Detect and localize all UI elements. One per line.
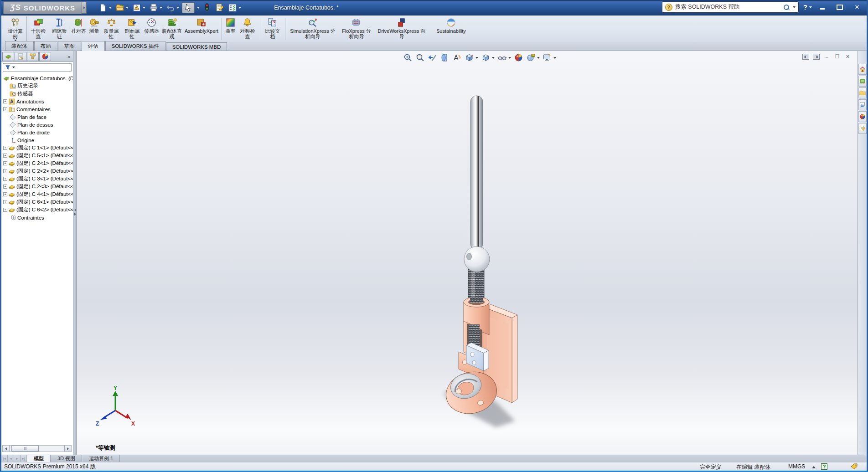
- properties-button[interactable]: [214, 2, 225, 13]
- next-tab-button[interactable]: ▸: [14, 455, 21, 462]
- tags-button[interactable]: [850, 463, 858, 470]
- resources-tab[interactable]: [858, 64, 867, 75]
- tree-item-component[interactable]: + (固定) C 6<2> (Défaut<<: [1, 206, 73, 214]
- expand-plus-icon[interactable]: +: [3, 192, 7, 196]
- ribbon-button-measure[interactable]: 测量: [88, 16, 101, 42]
- search-dropdown-arrow-icon[interactable]: [793, 6, 796, 8]
- splitter-grip[interactable]: [73, 206, 77, 218]
- view-palette-tab[interactable]: [858, 99, 867, 110]
- expand-plus-icon[interactable]: +: [3, 200, 7, 204]
- undo-button[interactable]: [165, 2, 180, 13]
- ribbon-button-assembly-visualization[interactable]: 装配体直观: [160, 16, 183, 42]
- tab-property-manager[interactable]: [15, 52, 26, 61]
- solidworks-menu-button[interactable]: ƷS SOLIDWORKS: [3, 1, 82, 14]
- last-tab-button[interactable]: ▸|: [21, 455, 27, 462]
- dropdown-arrow-icon[interactable]: [197, 7, 200, 9]
- tab-sketch[interactable]: 草图: [58, 41, 81, 51]
- quick-tips-button[interactable]: ?: [821, 463, 827, 470]
- tree-item-component[interactable]: + (固定) C 2<3> (Défaut<<: [1, 183, 73, 190]
- tree-item-front-plane[interactable]: Plan de face: [1, 113, 73, 121]
- ribbon-button-sustainability[interactable]: Sustainability: [435, 16, 467, 42]
- ribbon-button-interference-check[interactable]: 干涉检查: [28, 16, 49, 42]
- new-document-button[interactable]: [98, 2, 113, 13]
- close-button[interactable]: ✕: [851, 3, 863, 11]
- design-library-tab[interactable]: [858, 76, 867, 87]
- ribbon-button-mass-properties[interactable]: 质量属性: [101, 16, 122, 42]
- ribbon-button-assemblyxpert[interactable]: AssemblyXpert: [183, 16, 220, 42]
- file-explorer-tab[interactable]: [858, 87, 867, 98]
- ribbon-button-clearance-verify[interactable]: 间隙验证: [49, 16, 70, 42]
- units-dropdown-arrow-icon[interactable]: [812, 466, 816, 468]
- ribbon-button-section-properties[interactable]: 剖面属性: [122, 16, 143, 42]
- tree-item-component[interactable]: + (固定) C 6<1> (Défaut<<: [1, 198, 73, 206]
- options-button[interactable]: [227, 2, 242, 13]
- custom-properties-tab[interactable]: [858, 123, 867, 134]
- scroll-left-button[interactable]: [3, 446, 10, 451]
- panel-splitter[interactable]: [73, 51, 77, 455]
- dropdown-arrow-icon[interactable]: [126, 7, 129, 9]
- expand-plus-icon[interactable]: +: [3, 99, 7, 103]
- tab-configuration-manager[interactable]: [27, 52, 39, 61]
- ribbon-button-compare-documents[interactable]: 比较文档: [262, 16, 283, 42]
- ribbon-button-simulationxpress[interactable]: SimulationXpress 分析向导: [287, 16, 338, 42]
- dropdown-arrow-icon[interactable]: [176, 7, 179, 9]
- maximize-button[interactable]: [834, 3, 846, 11]
- open-document-button[interactable]: [114, 2, 129, 13]
- units-selector[interactable]: MMGS: [788, 463, 805, 470]
- tab-solidworks-addins[interactable]: SOLIDWORKS 插件: [105, 41, 165, 51]
- dropdown-arrow-icon[interactable]: [12, 67, 15, 68]
- tree-item-component[interactable]: + (固定) C 1<1> (Défaut<<: [1, 144, 73, 152]
- expand-plus-icon[interactable]: +: [3, 107, 7, 111]
- select-tool-button[interactable]: [182, 2, 195, 13]
- interrupt-button[interactable]: [202, 2, 212, 13]
- expand-plus-icon[interactable]: +: [3, 146, 7, 150]
- tab-3d-views[interactable]: 3D 视图: [51, 455, 82, 462]
- expand-plus-icon[interactable]: +: [3, 208, 7, 212]
- dropdown-arrow-icon[interactable]: [238, 7, 241, 9]
- ribbon-button-hole-alignment[interactable]: 孔对齐: [70, 16, 88, 42]
- tree-horizontal-scrollbar[interactable]: [2, 445, 72, 452]
- search-input[interactable]: 搜索 SOLIDWORKS 帮助: [675, 3, 780, 11]
- dropdown-arrow-icon[interactable]: [143, 7, 145, 9]
- tree-item-annotations[interactable]: + Annotations: [1, 97, 73, 105]
- appearances-tab[interactable]: [858, 111, 867, 122]
- minimize-button[interactable]: [816, 3, 828, 11]
- tree-item-component[interactable]: + (固定) C 5<1> (Défaut<<: [1, 152, 73, 159]
- tree-filter[interactable]: [3, 63, 72, 72]
- tree-item-component[interactable]: + (固定) C 2<2> (Défaut<<: [1, 167, 73, 175]
- ribbon-button-driveworksxpress[interactable]: DriveWorksXpress 向导: [375, 16, 429, 42]
- tree-item-mates[interactable]: Contraintes: [1, 214, 73, 221]
- search-icon[interactable]: [783, 4, 790, 10]
- tree-item-root[interactable]: Ensamblaje Cortatubos. (Dé: [1, 74, 73, 82]
- help-button[interactable]: ?: [803, 3, 812, 11]
- tab-layout[interactable]: 布局: [34, 41, 57, 51]
- help-search-box[interactable]: ? 搜索 SOLIDWORKS 帮助: [662, 1, 799, 13]
- tree-item-comments[interactable]: + Commentaires: [1, 105, 73, 113]
- print-button[interactable]: [148, 2, 163, 13]
- tree-item-component[interactable]: + (固定) C 2<1> (Défaut<<: [1, 159, 73, 167]
- graphics-viewport[interactable]: ◧ ◨ – ❐ ✕: [77, 51, 858, 455]
- tab-motion-study[interactable]: 运动算例 1: [82, 455, 120, 462]
- publish-button[interactable]: [131, 2, 146, 13]
- expand-plus-icon[interactable]: +: [3, 154, 7, 158]
- model-pipe-cutter[interactable]: [77, 51, 858, 455]
- tab-model[interactable]: 模型: [27, 455, 51, 462]
- tab-evaluate[interactable]: 评估: [82, 41, 105, 51]
- tab-solidworks-mbd[interactable]: SOLIDWORKS MBD: [166, 42, 227, 51]
- expand-plus-icon[interactable]: +: [3, 161, 7, 165]
- ribbon-button-symmetry-check[interactable]: 对称检查: [237, 16, 258, 42]
- expand-plus-icon[interactable]: +: [3, 177, 7, 181]
- tree-item-component[interactable]: + (固定) C 3<1> (Défaut<<: [1, 175, 73, 183]
- scrollbar-thumb[interactable]: [11, 446, 39, 451]
- ribbon-button-floxpress[interactable]: FloXpress 分析向导: [338, 16, 375, 42]
- prev-tab-button[interactable]: ◂: [8, 455, 14, 462]
- tree-item-origin[interactable]: Origine: [1, 136, 73, 144]
- tree-item-top-plane[interactable]: Plan de dessus: [1, 121, 73, 128]
- dropdown-arrow-icon[interactable]: [109, 7, 112, 9]
- tab-assembly[interactable]: 装配体: [5, 41, 34, 51]
- panel-expand-chevron[interactable]: »: [67, 54, 72, 59]
- dropdown-arrow-icon[interactable]: [160, 7, 162, 9]
- expand-plus-icon[interactable]: +: [3, 185, 7, 189]
- tree-item-right-plane[interactable]: Plan de droite: [1, 128, 73, 136]
- expand-plus-icon[interactable]: +: [3, 169, 7, 173]
